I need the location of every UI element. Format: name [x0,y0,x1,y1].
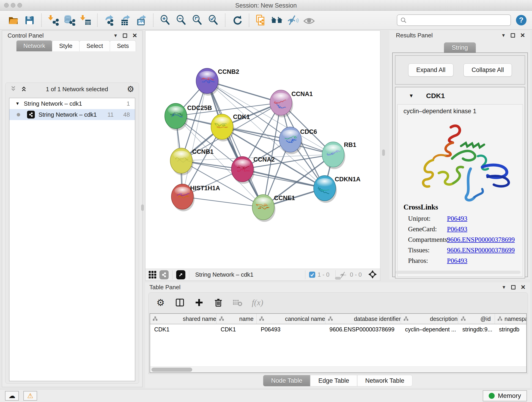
network-node[interactable] [196,68,219,96]
gear-icon[interactable]: ⚙ [127,85,134,93]
network-node[interactable] [165,103,188,131]
column-header-description[interactable]: description [401,314,458,324]
column-header-databaseidentifier[interactable]: database identifier [325,314,401,324]
table-cell[interactable]: cyclin–dependent ... [401,324,458,334]
vertical-divider-handle[interactable] [382,149,385,156]
gene-details: cyclin–dependent kinase 1 [397,104,523,277]
refresh-icon[interactable] [230,13,244,27]
network-node[interactable] [211,114,234,141]
cloud-button[interactable]: ☁ [5,391,19,401]
zoom-fit-icon[interactable] [191,13,204,27]
crosslink-pharos[interactable]: P06493 [447,257,467,264]
network-collection-row[interactable]: ▼ String Network – cdk1 1 [9,98,135,109]
network-view[interactable]: CCNB2CCNA1CDC25BCDK1CDC6RB1CCNB1CCNA2CDK… [145,31,380,281]
eye-slash-icon[interactable] [286,13,300,27]
horizontal-divider-handle[interactable] [335,277,341,280]
tab-node-table[interactable]: Node Table [263,375,310,386]
selected-checkbox-icon[interactable] [309,272,315,278]
network-node[interactable] [322,142,345,169]
crosslink-uniprot[interactable]: P06493 [447,215,467,222]
table-cell[interactable]: CDK1 [150,324,216,334]
clone-network-icon[interactable] [254,13,268,27]
column-header-sharedname[interactable]: shared name [150,314,216,324]
collapse-triangle-icon[interactable]: ▼ [15,101,20,106]
collapse-all-icon[interactable] [10,86,17,93]
tab-network[interactable]: Network [16,40,52,51]
column-header-namespace[interactable]: namespace [495,314,527,324]
expand-all-button[interactable]: Expand All [408,64,454,77]
warnings-button[interactable]: ⚠ [23,391,37,401]
float-panel-icon[interactable]: ▼ [501,33,506,38]
tab-style[interactable]: Style [52,40,80,51]
import-network-icon[interactable] [47,13,60,27]
collapse-all-button[interactable]: Collapse All [463,64,512,77]
close-panel-icon[interactable]: ✕ [132,32,137,39]
function-icon[interactable]: f(x) [252,298,263,307]
network-node[interactable] [252,195,275,222]
zoom-selected-icon[interactable] [207,13,220,27]
gear-icon[interactable]: ⚙ [156,298,166,307]
crosshair-icon[interactable] [368,270,377,280]
tab-sets[interactable]: Sets [110,40,136,51]
table-row[interactable]: CDK1CDK1P064939606.ENSP00000378699cyclin… [150,324,526,334]
tab-string[interactable]: String [444,42,476,53]
crosslink-genecard[interactable]: P06493 [447,225,467,233]
help-icon[interactable]: ? [516,15,526,26]
collapse-triangle-icon[interactable]: ▼ [409,93,414,99]
trash-icon[interactable] [213,298,223,307]
network-node[interactable] [231,157,254,184]
expand-all-icon[interactable] [21,86,27,93]
gene-section-header[interactable]: ▼ CDK1 [395,87,525,104]
open-in-new-icon[interactable] [176,270,185,279]
zoom-out-icon[interactable] [175,13,188,27]
close-panel-icon[interactable]: ✕ [520,32,525,39]
column-header-canonicalname[interactable]: canonical name [257,314,325,324]
maximize-panel-icon[interactable] [123,33,127,38]
grid-view-icon[interactable] [149,271,156,279]
zoom-in-icon[interactable] [158,13,172,27]
column-header-name[interactable]: name [216,314,257,324]
columns-icon[interactable] [175,298,185,307]
float-panel-icon[interactable]: ▼ [113,33,118,38]
export-table-icon[interactable] [119,13,132,27]
crosslink-tissues[interactable]: 9606.ENSP00000378699 [447,246,515,254]
memory-button[interactable]: Memory [483,390,527,401]
network-share-icon[interactable] [159,270,169,279]
import-table-icon[interactable] [79,13,92,27]
maximize-panel-icon[interactable] [511,285,515,289]
results-horizontal-scrollbar[interactable] [395,271,520,274]
table-cell[interactable]: stringdb:9... [458,324,495,334]
save-session-icon[interactable] [23,13,36,27]
network-edge[interactable] [182,81,207,197]
close-panel-icon[interactable]: ✕ [520,284,526,291]
float-panel-icon[interactable]: ▼ [501,285,506,290]
table-cell[interactable]: 9606.ENSP00000378699 [325,324,401,334]
eye-icon[interactable] [302,13,316,27]
crosslink-compartments[interactable]: 9606.ENSP00000378699 [447,236,515,243]
add-icon[interactable] [194,298,204,307]
tab-network-table[interactable]: Network Table [357,375,412,386]
network-node[interactable] [314,176,337,203]
scrollbar-thumb[interactable] [152,368,192,372]
import-database-icon[interactable] [63,13,76,27]
network-canvas[interactable]: CCNB2CCNA1CDC25BCDK1CDC6RB1CCNB1CCNA2CDK… [146,31,380,269]
open-session-icon[interactable] [7,13,20,27]
tab-select[interactable]: Select [79,40,110,51]
tab-edge-table[interactable]: Edge Table [310,375,357,386]
column-header-id[interactable]: @id [458,314,495,324]
table-cell[interactable]: stringdb [495,324,527,334]
network-node[interactable] [270,90,293,117]
network-edge[interactable] [242,169,325,188]
delete-table-icon[interactable] [233,298,243,307]
search-box[interactable] [397,14,511,26]
vertical-divider-handle[interactable] [141,204,144,211]
search-input[interactable] [409,17,507,23]
export-network-icon[interactable] [103,13,116,27]
table-horizontal-scrollbar[interactable] [150,366,526,372]
birds-eye-icon[interactable] [270,13,284,27]
network-row[interactable]: String Network – cdk1 11 48 [9,109,135,120]
table-cell[interactable]: P06493 [257,324,325,334]
table-cell[interactable]: CDK1 [216,324,257,334]
maximize-panel-icon[interactable] [511,33,515,38]
export-image-icon[interactable] [135,13,148,27]
